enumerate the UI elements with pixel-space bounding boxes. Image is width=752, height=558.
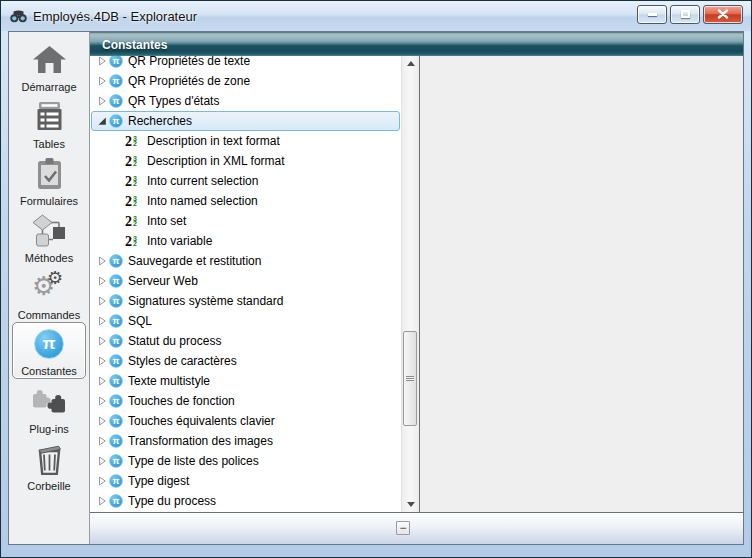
- collapsed-triangle-icon[interactable]: [98, 76, 109, 86]
- tree-item-type-de-liste-des-polices[interactable]: πType de liste des polices: [91, 451, 400, 471]
- panel-title: Constantes: [102, 38, 167, 52]
- tree-item-label: QR Types d'états: [128, 94, 219, 108]
- tree-item-qr-proprietes-de-texte[interactable]: πQR Propriétés de texte: [91, 56, 400, 71]
- longint-bottom-digit: 2: [133, 221, 137, 227]
- tree-item-into-set[interactable]: 232Into set: [91, 211, 400, 231]
- tree-item-label: SQL: [128, 314, 152, 328]
- scrollbar-thumb[interactable]: [403, 331, 417, 426]
- pi-theme-icon: π: [109, 56, 123, 68]
- minimize-button[interactable]: [637, 5, 667, 24]
- tree-item-statut-du-process[interactable]: πStatut du process: [91, 331, 400, 351]
- tree-item-transformation-des-images[interactable]: πTransformation des images: [91, 431, 400, 451]
- tree-item-label: Serveur Web: [128, 274, 198, 288]
- sidebar-item-constantes[interactable]: πConstantes: [12, 322, 86, 379]
- collapsed-triangle-icon[interactable]: [98, 456, 109, 466]
- sidebar-item-label: Formulaires: [20, 195, 78, 207]
- pi-theme-icon: π: [109, 314, 123, 328]
- close-icon: [717, 7, 729, 22]
- collapsed-triangle-icon[interactable]: [98, 336, 109, 346]
- tree-item-serveur-web[interactable]: πServeur Web: [91, 271, 400, 291]
- tree-item-into-variable[interactable]: 232Into variable: [91, 231, 400, 251]
- collapsed-triangle-icon[interactable]: [98, 96, 109, 106]
- pi-icon: π: [34, 323, 64, 365]
- tree-item-label: Styles de caractères: [128, 354, 237, 368]
- sidebar-item-formulaires[interactable]: Formulaires: [12, 151, 86, 208]
- collapsed-triangle-icon[interactable]: [98, 436, 109, 446]
- tree-item-recherches[interactable]: πRecherches: [91, 111, 400, 131]
- tree-item-label: Texte multistyle: [128, 374, 210, 388]
- main-panel: Constantes πQR Propriétés de texteπQR Pr…: [90, 32, 743, 544]
- pi-theme-icon: π: [109, 294, 123, 308]
- tree-item-sauvegarde-et-restitution[interactable]: πSauvegarde et restitution: [91, 251, 400, 271]
- tree-item-qr-proprietes-de-zone[interactable]: πQR Propriétés de zone: [91, 71, 400, 91]
- tree-item-sql[interactable]: πSQL: [91, 311, 400, 331]
- tree-item-description-in-text-format[interactable]: 232Description in text format: [91, 131, 400, 151]
- collapsed-triangle-icon[interactable]: [98, 56, 109, 66]
- longint-digit: 2: [125, 195, 132, 208]
- tree-item-qr-types-d-etats[interactable]: πQR Types d'états: [91, 91, 400, 111]
- window-controls: [637, 5, 743, 24]
- tree-item-label: Touches équivalents clavier: [128, 414, 275, 428]
- collapsed-triangle-icon[interactable]: [98, 356, 109, 366]
- vertical-scrollbar[interactable]: [401, 56, 419, 512]
- arrow-down-icon: [407, 502, 415, 507]
- sidebar-item-tables[interactable]: Tables: [12, 94, 86, 151]
- longint-exponents: 32: [133, 236, 137, 247]
- pi-theme-icon: π: [109, 254, 123, 268]
- collapsed-triangle-icon[interactable]: [98, 476, 109, 486]
- expanded-triangle-icon[interactable]: [98, 116, 109, 126]
- pi-theme-icon: π: [109, 374, 123, 388]
- sidebar-item-corbeille[interactable]: Corbeille: [12, 436, 86, 493]
- maximize-button[interactable]: [670, 5, 700, 24]
- collapsed-triangle-icon[interactable]: [98, 496, 109, 506]
- tree-item-into-current-selection[interactable]: 232Into current selection: [91, 171, 400, 191]
- sidebar-item-methodes[interactable]: Méthodes: [12, 208, 86, 265]
- tree-item-label: Statut du process: [128, 334, 221, 348]
- sidebar-item-label: Méthodes: [25, 252, 73, 264]
- close-button[interactable]: [703, 5, 743, 24]
- tree-item-into-named-selection[interactable]: 232Into named selection: [91, 191, 400, 211]
- longint-constant-icon: 232: [125, 215, 143, 228]
- sidebar-item-commandes[interactable]: ⚙⚙Commandes: [12, 265, 86, 322]
- tree-item-label: Recherches: [128, 114, 192, 128]
- bottom-splitter-bar[interactable]: −: [90, 512, 743, 544]
- tree-item-styles-de-caracteres[interactable]: πStyles de caractères: [91, 351, 400, 371]
- scroll-up-button[interactable]: [402, 56, 419, 71]
- longint-exponents: 32: [133, 216, 137, 227]
- splitter-collapse-button[interactable]: −: [396, 521, 410, 535]
- longint-digit: 2: [125, 155, 132, 168]
- collapsed-triangle-icon[interactable]: [98, 276, 109, 286]
- tree-item-description-in-xml-format[interactable]: 232Description in XML format: [91, 151, 400, 171]
- content-area: πQR Propriétés de texteπQR Propriétés de…: [90, 56, 743, 512]
- longint-constant-icon: 232: [125, 175, 143, 188]
- tree-item-label: Into named selection: [147, 194, 258, 208]
- sidebar-item-demarrage[interactable]: Démarrage: [12, 37, 86, 94]
- collapsed-triangle-icon[interactable]: [98, 316, 109, 326]
- detail-pane: [420, 56, 743, 512]
- longint-constant-icon: 232: [125, 195, 143, 208]
- titlebar[interactable]: Employés.4DB - Explorateur: [1, 1, 751, 31]
- sidebar: DémarrageTablesFormulairesMéthodes⚙⚙Comm…: [9, 32, 90, 544]
- gear-icon: ⚙: [47, 265, 63, 291]
- methods-icon: [32, 208, 67, 252]
- tree-item-signatures-systeme-standard[interactable]: πSignatures système standard: [91, 291, 400, 311]
- tree-item-touches-de-fonction[interactable]: πTouches de fonction: [91, 391, 400, 411]
- longint-bottom-digit: 2: [133, 241, 137, 247]
- tree-item-touches-equivalents-clavier[interactable]: πTouches équivalents clavier: [91, 411, 400, 431]
- collapsed-triangle-icon[interactable]: [98, 416, 109, 426]
- longint-bottom-digit: 2: [133, 201, 137, 207]
- collapsed-triangle-icon[interactable]: [98, 376, 109, 386]
- scroll-down-button[interactable]: [402, 497, 419, 512]
- pi-theme-icon: π: [109, 414, 123, 428]
- tree-item-type-du-process[interactable]: πType du process: [91, 491, 400, 511]
- longint-digit: 2: [125, 175, 132, 188]
- tree-item-label: Into set: [147, 214, 186, 228]
- tree-item-type-digest[interactable]: πType digest: [91, 471, 400, 491]
- sidebar-item-label: Corbeille: [27, 480, 70, 492]
- tree-item-label: Type digest: [128, 474, 189, 488]
- sidebar-item-plug-ins[interactable]: Plug-ins: [12, 379, 86, 436]
- collapsed-triangle-icon[interactable]: [98, 256, 109, 266]
- collapsed-triangle-icon[interactable]: [98, 396, 109, 406]
- collapsed-triangle-icon[interactable]: [98, 296, 109, 306]
- tree-item-texte-multistyle[interactable]: πTexte multistyle: [91, 371, 400, 391]
